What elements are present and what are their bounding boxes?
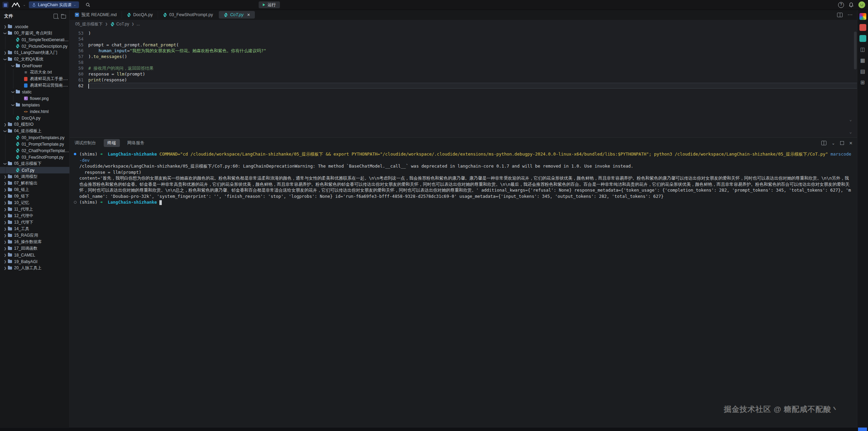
tree-item-folder[interactable]: ❯20_人脉工具上 xyxy=(0,265,69,271)
code-line[interactable]: 61print(response) xyxy=(70,77,857,83)
code-line[interactable]: 55prompt = chat_prompt.format_prompt( xyxy=(70,42,857,48)
new-folder-icon[interactable] xyxy=(61,15,66,19)
tree-item-file[interactable]: 02_ChatPromptTemplate.py xyxy=(0,147,69,154)
search-icon[interactable] xyxy=(86,2,90,7)
breadcrumb-item[interactable]: 05_提示模板下 xyxy=(75,21,103,27)
right-activity-bar: ◫▦▤⊞ xyxy=(857,10,868,428)
tree-item-file[interactable]: <>index.html xyxy=(0,108,69,115)
editor-tab[interactable]: DocQA.py xyxy=(122,11,158,19)
code-line[interactable]: 59# 接收用户的询问，返回回答结果 xyxy=(70,65,857,71)
tree-item-folder[interactable]: ❯11_代理上 xyxy=(0,206,69,213)
tree-item-file[interactable]: 易速鲜花员工手册.pdf xyxy=(0,76,69,82)
tree-item-label: 00_开篇词_奇点时刻 xyxy=(14,30,52,36)
tree-item-file[interactable]: 02_PictureDescription.py xyxy=(0,43,69,49)
breadcrumb-item[interactable]: ... xyxy=(136,22,140,26)
split-terminal-icon[interactable] xyxy=(821,141,826,145)
tree-item-label: 18_CAMEL xyxy=(14,253,35,258)
red-extension-icon[interactable] xyxy=(859,24,866,31)
layers-icon[interactable]: ▤ xyxy=(859,68,866,75)
tree-item-folder[interactable]: ❯06_调用模型 xyxy=(0,173,69,180)
tree-item-folder[interactable]: ❯16_操作数据库 xyxy=(0,239,69,245)
app-menu-icon[interactable]: ▦ xyxy=(2,2,9,8)
tree-item-folder[interactable]: ❯18_CAMEL xyxy=(0,252,69,258)
tree-item-folder[interactable]: ❯05_提示模板下 xyxy=(0,160,69,167)
tree-item-folder[interactable]: ❯static xyxy=(0,89,69,95)
tree-item-folder[interactable]: ❯00_开篇词_奇点时刻 xyxy=(0,30,69,36)
pdf-file-icon xyxy=(23,77,28,81)
tree-item-folder[interactable]: ❯04_提示模板上 xyxy=(0,128,69,134)
plus-panel-icon[interactable]: ⊞ xyxy=(859,79,866,86)
tree-item-folder[interactable]: ❯08_链上 xyxy=(0,186,69,193)
text-cursor xyxy=(88,84,89,89)
help-icon[interactable]: ? xyxy=(838,2,844,8)
chevron-down-icon[interactable]: ⌄ xyxy=(832,141,835,145)
tree-item-folder[interactable]: ❯12_代理中 xyxy=(0,213,69,219)
project-badge[interactable]: LangChain 实战课 ⌄ xyxy=(29,1,79,8)
code-line[interactable]: 57).to_messages() xyxy=(70,54,857,59)
tree-item-folder[interactable]: ❯14_工具 xyxy=(0,226,69,232)
python-file-icon xyxy=(127,13,131,17)
chevron-right-icon: ❯ xyxy=(3,51,8,55)
tree-item-file[interactable]: flower.png xyxy=(0,95,69,102)
folder-open-icon xyxy=(8,31,12,36)
terminal-output[interactable]: (shims) ➜ LangChain-shizhanke COMMAND="c… xyxy=(70,148,857,205)
tree-item-folder[interactable]: ❯OneFlower xyxy=(0,63,69,69)
tree-item-folder[interactable]: ❯15_RAG应用 xyxy=(0,232,69,239)
notifications-bell-icon[interactable] xyxy=(848,2,854,8)
new-file-icon[interactable] xyxy=(54,14,58,19)
workspace-chevron-icon[interactable]: ⌄ xyxy=(23,3,26,7)
tree-item-folder[interactable]: ❯02_文档QA系统 xyxy=(0,56,69,63)
editor-scrollbar[interactable] xyxy=(854,32,857,69)
grid-view-icon[interactable]: ▦ xyxy=(859,57,866,64)
breadcrumb-item[interactable]: CoT.py xyxy=(110,22,129,26)
tree-item-folder[interactable]: ❯10_记忆 xyxy=(0,200,69,206)
editor-tab[interactable]: 预览 README.md xyxy=(70,11,122,19)
remote-indicator[interactable] xyxy=(858,428,867,431)
tree-item-folder[interactable]: ❯09_链下 xyxy=(0,193,69,200)
split-editor-icon[interactable] xyxy=(837,13,843,17)
tree-item-folder[interactable]: ❯templates xyxy=(0,102,69,108)
folder-icon xyxy=(8,181,12,186)
panel-tab[interactable]: 终端 xyxy=(104,139,120,147)
teal-extension-icon[interactable] xyxy=(859,35,866,42)
more-actions-icon[interactable]: ⋯ xyxy=(847,13,853,16)
panel-tab[interactable]: 调试控制台 xyxy=(75,140,96,146)
marscode-ai-extension-icon[interactable] xyxy=(859,13,866,20)
tree-item-folder[interactable]: ❯03_模型IO xyxy=(0,121,69,128)
tree-item-file[interactable]: DocQA.py xyxy=(0,115,69,121)
code-line[interactable]: 56 human_input="我想为我的女朋友购买一些花。她喜欢粉色和紫色。你… xyxy=(70,48,857,54)
tree-item-file[interactable]: 03_FewShotPrompt.py xyxy=(0,154,69,160)
code-line[interactable]: 58 xyxy=(70,59,857,65)
tree-item-folder[interactable]: ❯13_代理下 xyxy=(0,219,69,226)
tree-item-file[interactable]: 01_SimpleTextGeneration.py xyxy=(0,36,69,43)
code-line[interactable]: 60response = llm(prompt) xyxy=(70,71,857,77)
scroll-down-icon[interactable]: ⌄ xyxy=(849,129,852,135)
scroll-down-icon[interactable]: ⌄ xyxy=(849,117,852,123)
preview-window-icon[interactable]: ◫ xyxy=(859,46,866,53)
tree-item-file[interactable]: ≡花语大全.txt xyxy=(0,69,69,76)
code-editor[interactable]: 53)5455prompt = chat_prompt.format_promp… xyxy=(70,28,857,89)
chevron-right-icon: ❯ xyxy=(3,234,8,237)
tree-item-file[interactable]: 00_ImportTemplates.py xyxy=(0,134,69,141)
command-decoration-icon[interactable] xyxy=(74,153,76,155)
tree-item-file[interactable]: 易速鲜花运营指南.docx xyxy=(0,82,69,89)
editor-tab[interactable]: 03_FewShotPrompt.py xyxy=(158,11,218,19)
tree-item-file[interactable]: 01_PromptTemplate.py xyxy=(0,141,69,147)
close-panel-icon[interactable]: ✕ xyxy=(849,141,853,145)
tree-item-folder[interactable]: ❯01_LangChain快速入门 xyxy=(0,49,69,56)
run-button[interactable]: 运行 xyxy=(259,1,280,8)
command-decoration-icon[interactable] xyxy=(74,201,77,204)
tree-item-folder[interactable]: ❯.vscode xyxy=(0,23,69,30)
tree-item-file[interactable]: CoT.py xyxy=(0,167,69,173)
close-tab-icon[interactable]: ✕ xyxy=(247,13,250,17)
code-line[interactable]: 54 xyxy=(70,36,857,42)
code-line[interactable]: 62 xyxy=(70,83,857,89)
maximize-panel-icon[interactable] xyxy=(840,141,844,145)
tree-item-folder[interactable]: ❯19_BabyAGI xyxy=(0,258,69,265)
editor-tab[interactable]: CoT.py✕ xyxy=(219,11,255,19)
tree-item-folder[interactable]: ❯17_回调函数 xyxy=(0,245,69,252)
tree-item-folder[interactable]: ❯07_解析输出 xyxy=(0,180,69,186)
panel-tab[interactable]: 网络服务 xyxy=(127,140,145,146)
user-avatar[interactable] xyxy=(858,1,865,8)
code-line[interactable]: 53) xyxy=(70,30,857,36)
